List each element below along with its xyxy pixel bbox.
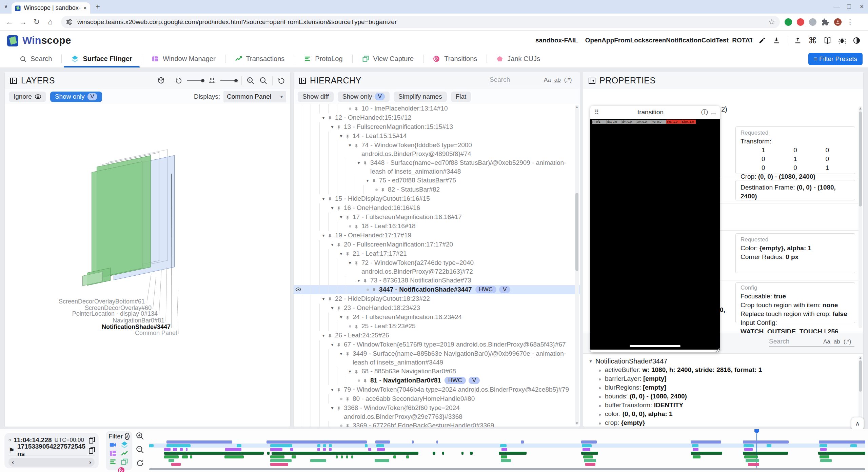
hierarchy-row[interactable]: ▾14 - Leaf:15:15#14 — [302, 132, 580, 141]
hierarchy-row[interactable]: 18 - Leaf:16:16#18 — [302, 222, 580, 231]
timeline-segment-protolog[interactable] — [501, 455, 507, 458]
layer-node-label[interactable]: 22 - HideDisplayCutout:18:23#22 — [335, 294, 433, 303]
timeline-segment-transitions[interactable] — [748, 463, 760, 466]
layer-node-label[interactable]: 21 - Leaf:17:17#21 — [353, 249, 410, 258]
spacing-slider[interactable] — [220, 80, 237, 81]
hierarchy-row[interactable]: ▾19 - OneHanded:17:17#19 — [302, 231, 580, 240]
timeline-segment-transactions[interactable] — [164, 452, 264, 455]
expand-arrow-icon[interactable]: ▾ — [328, 385, 336, 394]
timeline-segment-surface-flinger[interactable] — [237, 444, 242, 447]
panel-collapse-icon[interactable] — [588, 77, 596, 85]
scroll-left-icon[interactable]: ‹ — [12, 459, 14, 466]
layer-node-label[interactable]: 80 - ace6abb SecondaryHomeHandle0#80 — [353, 394, 477, 403]
extension-icon-green[interactable] — [785, 18, 792, 26]
timeline-segment-transactions[interactable] — [581, 452, 598, 455]
window-maximize-icon[interactable]: □ — [847, 3, 851, 10]
hierarchy-row[interactable]: ▾72 - WindowToken{a2746de type=2040 andr… — [302, 258, 580, 276]
timeline-segment-protolog[interactable] — [820, 455, 830, 458]
hierarchy-row[interactable]: ▾23 - OneHanded:18:23#23 — [302, 303, 580, 313]
hierarchy-row[interactable]: ▾74 - WindowToken{fdddbe6 type=2000 andr… — [302, 141, 580, 158]
timeline-segment-transactions[interactable] — [743, 452, 788, 455]
displays-select[interactable]: Common Panel ▾ — [223, 91, 286, 102]
property-item[interactable]: crop: {empty} — [597, 419, 858, 427]
hierarchy-row[interactable]: ▾3448 - Surface(name=ed70f88 StatusBar)/… — [302, 158, 580, 176]
property-item[interactable]: blurRegions: [empty] — [597, 384, 858, 393]
timeline-segment-protolog[interactable] — [341, 455, 343, 458]
ns-timestamp[interactable]: 1715339054227572545 ns — [17, 443, 86, 458]
timeline-cursor-handle[interactable] — [754, 429, 759, 434]
expand-arrow-icon[interactable]: ▾ — [337, 213, 345, 221]
pin-icon[interactable] — [363, 158, 370, 168]
timeline-segment-surface-flinger[interactable] — [500, 444, 507, 447]
selected-node-title[interactable]: NotificationShade#3447 — [595, 357, 667, 365]
scroll-up-icon[interactable]: ▲ — [859, 106, 862, 110]
timeline-tracks[interactable] — [149, 429, 865, 472]
timeline-segment-surface-flinger[interactable] — [767, 444, 772, 447]
tab-transactions[interactable]: Transactions — [225, 50, 294, 67]
pin-icon[interactable] — [328, 231, 335, 240]
pin-icon[interactable] — [354, 222, 361, 231]
layer-node-label[interactable]: 82 - StatusBar#82 — [388, 185, 442, 194]
timeline-segment-screen-recording[interactable] — [436, 440, 438, 444]
hierarchy-row[interactable]: 81 - NavigationBar0#81HWCV — [302, 376, 580, 385]
timeline-segment-window-manager[interactable] — [377, 448, 385, 451]
timeline-segment-transactions[interactable] — [267, 452, 269, 455]
timeline-segment-transactions[interactable] — [442, 452, 444, 455]
hierarchy-row[interactable]: ▾22 - HideDisplayCutout:18:23#22 — [302, 294, 580, 303]
timeline-segment-screen-recording[interactable] — [521, 440, 524, 444]
expand-arrow-icon[interactable]: ▾ — [328, 404, 336, 412]
pin-icon[interactable] — [354, 367, 361, 376]
layer-node-label[interactable]: 12 - OneHanded:15:15#12 — [335, 113, 414, 122]
match-case-toggle[interactable]: Aa — [544, 77, 551, 83]
timeline-segment-window-manager[interactable] — [583, 448, 590, 451]
layer-node-label[interactable]: 3369 - 67726bf EdgeBackGestureHandler0#3… — [353, 421, 497, 427]
trend-line-icon[interactable] — [121, 450, 128, 457]
layer-node-label[interactable]: 15 - HideDisplayCutout:16:16#15 — [335, 194, 433, 203]
hierarchy-row[interactable]: ▾16 - OneHanded:16:16#16 — [302, 203, 580, 213]
timeline-segment-surface-flinger[interactable] — [317, 444, 320, 447]
timeline-segment-window-manager[interactable] — [693, 448, 698, 451]
timeline-segment-screen-recording[interactable] — [375, 440, 390, 444]
timeline-segment-view-capture[interactable] — [310, 459, 326, 462]
pin-icon[interactable] — [328, 331, 335, 340]
expand-arrow-icon[interactable]: ▾ — [319, 231, 328, 240]
hierarchy-row[interactable]: ▾75 - ed70f88 StatusBar#75 — [302, 176, 580, 185]
hierarchy-row[interactable]: 10 - ImePlaceholder:13:14#10 — [302, 104, 580, 113]
hierarchy-row[interactable]: ▾13 - FullscreenMagnification:15:15#13 — [302, 122, 580, 132]
timeline-segment-window-manager[interactable] — [164, 448, 171, 451]
reset-view-icon[interactable] — [277, 77, 285, 85]
reload-icon[interactable]: ↻ — [30, 18, 43, 26]
expand-arrow-icon[interactable]: ▾ — [355, 158, 363, 167]
expand-arrow-icon[interactable]: ▾ — [337, 132, 345, 140]
timeline-segment-protolog[interactable] — [406, 455, 409, 458]
property-item[interactable]: barrierLayer: [empty] — [597, 375, 858, 384]
hierarchy-row[interactable]: ▾67 - WindowToken{e5176f9 type=2019 andr… — [302, 340, 580, 349]
timeline-segment-screen-recording[interactable] — [581, 440, 597, 444]
flat-chip[interactable]: Flat — [451, 92, 471, 102]
layer-node-label[interactable]: 13 - FullscreenMagnification:15:15#13 — [344, 122, 456, 131]
timeline-segment-surface-flinger[interactable] — [166, 444, 191, 447]
hierarchy-row[interactable]: ▾3368 - WindowToken{f6b2f60 type=2024 an… — [302, 404, 580, 421]
download-icon[interactable] — [773, 37, 780, 44]
back-icon[interactable]: ← — [3, 18, 16, 26]
timeline-segment-protolog[interactable] — [351, 455, 353, 458]
pin-icon[interactable] — [336, 122, 344, 132]
swirl-icon[interactable] — [118, 467, 125, 472]
zoom-out-icon[interactable] — [259, 77, 268, 85]
layer-label[interactable]: NavigationBar0#81 — [39, 317, 164, 324]
timeline-segment-view-capture[interactable] — [584, 459, 596, 462]
timeline-segment-window-manager[interactable] — [323, 448, 326, 451]
timeline-segment-screen-recording[interactable] — [166, 440, 232, 444]
scroll-up-icon[interactable]: ▲ — [575, 105, 579, 109]
timeline-segment-view-capture[interactable] — [375, 459, 389, 462]
pin-icon[interactable] — [336, 340, 344, 349]
expand-arrow-icon[interactable]: ▾ — [319, 194, 328, 203]
timeline-segment-transactions[interactable] — [402, 452, 406, 455]
timeline-segment-surface-flinger[interactable] — [692, 444, 698, 447]
regex-toggle[interactable]: (.*) — [564, 77, 572, 83]
layer-node-label[interactable]: 3368 - WindowToken{f6b2f60 type=2024 and… — [344, 404, 580, 421]
layer-label[interactable]: Common Panel — [39, 330, 177, 337]
report-bug-icon[interactable] — [838, 37, 846, 44]
tab-jank-cujs[interactable]: Jank CUJs — [487, 50, 550, 67]
layer-node-label[interactable]: 73 - 8736138 NotificationShade#73 — [370, 276, 474, 285]
